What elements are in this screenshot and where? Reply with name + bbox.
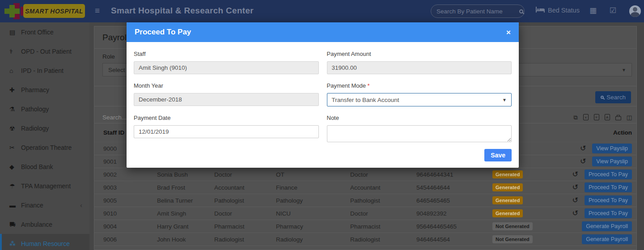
- app-title: Smart Hospital & Research Center: [111, 6, 254, 16]
- payment-amount-field: 31900.00: [327, 61, 512, 74]
- money-icon: ▬: [9, 202, 21, 209]
- page-title: Payroll: [102, 33, 128, 42]
- payment-mode-select[interactable]: Transfer to Bank Account ▼: [327, 93, 512, 106]
- staff-label: Staff: [134, 51, 319, 57]
- revert-icon[interactable]: ↺: [572, 184, 578, 191]
- sidebar-item-radiology[interactable]: ☢ Radiology: [0, 119, 89, 138]
- chevron-left-icon: ‹: [80, 201, 82, 209]
- sitemap-icon: ⁂: [9, 240, 21, 247]
- pdf-export-icon[interactable]: A: [605, 114, 610, 120]
- staff-field: Amit Singh (9010): [134, 61, 319, 74]
- chevron-down-icon: ▼: [502, 97, 507, 102]
- modal-title: Proceed To Pay: [135, 28, 506, 37]
- col-action: Action: [571, 129, 632, 136]
- umbrella-icon: ☂: [9, 182, 21, 190]
- role-label: Role: [102, 53, 115, 60]
- payment-date-input[interactable]: [134, 125, 319, 138]
- bed-status-label: Bed Status: [548, 7, 580, 14]
- proceed-to-pay-modal: Proceed To Pay × Staff Amit Singh (9010)…: [127, 22, 519, 168]
- columns-icon[interactable]: ◫: [627, 114, 632, 120]
- bed-icon: [536, 7, 545, 14]
- revert-icon[interactable]: ↺: [572, 210, 578, 217]
- generate-payroll-button[interactable]: Generate Payroll: [582, 234, 632, 244]
- table-row: 9006 John Hook Radiologist Radiology Rad…: [94, 233, 636, 246]
- proceed-to-pay-button[interactable]: Proceed To Pay: [585, 195, 632, 205]
- payment-amount-label: Payment Amount: [327, 51, 512, 57]
- close-icon[interactable]: ×: [506, 29, 511, 36]
- export-toolbar: ⧉ x ≡ A ◫: [573, 114, 632, 120]
- proceed-to-pay-button[interactable]: Proceed To Pay: [585, 169, 632, 179]
- blood-drop-icon: ◆: [9, 163, 21, 170]
- sidebar-item-finance[interactable]: ▬ Finance ‹: [0, 195, 89, 215]
- sidebar-item-human-resource[interactable]: ⁂ Human Resource: [0, 234, 89, 250]
- proceed-to-pay-button[interactable]: Proceed To Pay: [585, 182, 632, 192]
- status-badge: Generated: [492, 196, 523, 204]
- sidebar-item-tpa-management[interactable]: ☂ TPA Management: [0, 176, 89, 195]
- patient-search[interactable]: [431, 4, 525, 18]
- sidebar-item-ambulance[interactable]: ⛟ Ambulance: [0, 215, 89, 234]
- hospital-cross-icon: [4, 3, 24, 19]
- view-payslip-button[interactable]: View Payslip: [592, 157, 632, 166]
- scissors-icon: ✂: [9, 144, 21, 151]
- front-office-icon: ▤: [9, 29, 21, 36]
- sidebar-toggle-icon[interactable]: ≡: [95, 6, 100, 16]
- view-payslip-button[interactable]: View Payslip: [592, 144, 632, 153]
- csv-export-icon[interactable]: ≡: [594, 114, 599, 120]
- revert-icon[interactable]: ↺: [572, 197, 578, 204]
- payment-date-label: Payment Date: [134, 114, 319, 121]
- sidebar-item-ipd[interactable]: ⌂ IPD - In Patient: [0, 61, 89, 80]
- table-search-input[interactable]: Search...: [102, 114, 127, 121]
- sidebar-item-operation-theatre[interactable]: ✂ Operation Theatre: [0, 138, 89, 157]
- sidebar-item-opd[interactable]: ⚕ OPD - Out Patient: [0, 42, 89, 61]
- table-row: 9003 Brad Frost Accountant Finance Accou…: [94, 181, 636, 194]
- tasks-icon[interactable]: ☑: [610, 7, 616, 14]
- revert-icon[interactable]: ↺: [572, 171, 578, 178]
- search-icon: [601, 96, 604, 99]
- status-badge: Generated: [492, 183, 523, 191]
- save-button[interactable]: Save: [484, 149, 512, 161]
- chevron-down-icon: ▼: [622, 68, 626, 72]
- required-asterisk: *: [368, 82, 370, 89]
- patient-search-input[interactable]: [436, 8, 516, 15]
- generate-payroll-button[interactable]: Generate Payroll: [582, 221, 632, 231]
- table-row: 9002 Sonia Bush Doctor OT Doctor 9646464…: [94, 168, 636, 181]
- logo-text: SMART HOSPITAL: [25, 8, 83, 15]
- month-year-field: December-2018: [134, 93, 319, 106]
- sidebar-nav: ▤ Front Office ⚕ OPD - Out Patient ⌂ IPD…: [0, 22, 89, 250]
- search-button[interactable]: Search: [595, 91, 631, 103]
- copy-icon[interactable]: ⧉: [573, 114, 577, 120]
- note-label: Note: [327, 114, 512, 121]
- pharmacy-icon: ✚: [9, 86, 21, 93]
- sidebar-item-front-office[interactable]: ▤ Front Office: [0, 22, 89, 42]
- proceed-to-pay-button[interactable]: Proceed To Pay: [585, 208, 632, 218]
- flask-icon: ⚗: [9, 106, 21, 113]
- excel-export-icon[interactable]: x: [583, 114, 589, 120]
- note-textarea[interactable]: [327, 125, 512, 142]
- app-logo[interactable]: SMART HOSPITAL: [4, 2, 85, 20]
- table-row: 9004 Harry Grant Pharmacist Pharmacy Pha…: [94, 220, 636, 233]
- user-avatar[interactable]: [629, 5, 641, 17]
- status-badge: Not Generated: [492, 235, 533, 243]
- status-badge: Generated: [492, 209, 523, 217]
- table-row: 9005 Belina Turner Pathologist Pathology…: [94, 194, 636, 207]
- status-badge: Not Generated: [492, 222, 533, 230]
- revert-icon[interactable]: ↺: [580, 158, 586, 165]
- top-header: SMART HOSPITAL ≡ Smart Hospital & Resear…: [0, 0, 644, 22]
- print-icon[interactable]: [615, 116, 621, 120]
- ambulance-icon: ⛟: [9, 221, 21, 228]
- status-badge: Generated: [492, 170, 523, 178]
- modal-body: Staff Amit Singh (9010) Payment Amount 3…: [127, 42, 519, 168]
- patient-bed-icon: ⌂: [9, 67, 21, 74]
- sidebar-item-pharmacy[interactable]: ✚ Pharmacy: [0, 80, 89, 99]
- stethoscope-icon: ⚕: [9, 48, 21, 55]
- modal-header: Proceed To Pay ×: [127, 22, 519, 42]
- sidebar-item-blood-bank[interactable]: ◆ Blood Bank: [0, 157, 89, 176]
- bed-status-button[interactable]: Bed Status: [536, 7, 580, 14]
- search-icon[interactable]: [519, 9, 523, 13]
- sidebar-item-pathology[interactable]: ⚗ Pathology: [0, 99, 89, 119]
- payment-mode-label: Payment Mode *: [327, 82, 512, 89]
- calendar-icon[interactable]: ▦: [589, 7, 597, 14]
- month-year-label: Month Year: [134, 82, 319, 89]
- radiology-icon: ☢: [9, 125, 21, 132]
- revert-icon[interactable]: ↺: [580, 145, 586, 152]
